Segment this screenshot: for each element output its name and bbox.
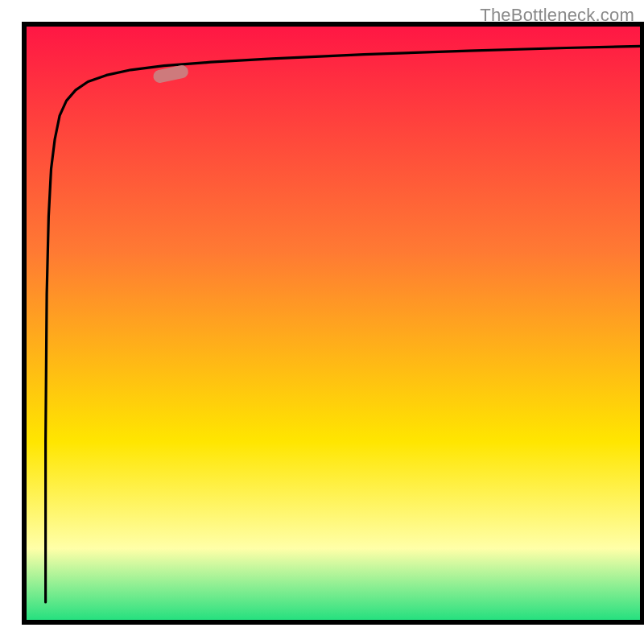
bottleneck-chart [0,0,644,644]
plot-area [24,24,642,622]
chart-container: TheBottleneck.com [0,0,644,644]
gradient-background [27,27,640,620]
